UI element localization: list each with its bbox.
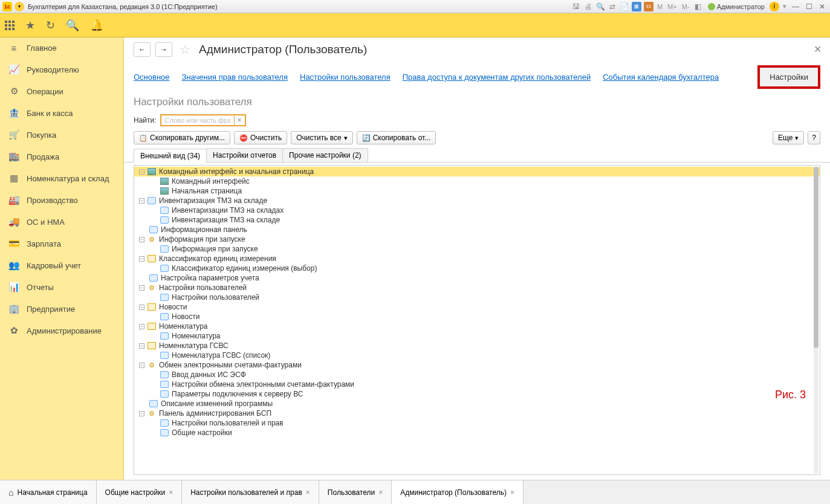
bottom-tab-1[interactable]: Общие настройки×	[97, 480, 183, 504]
app-menu-dropdown[interactable]: ▾	[15, 2, 24, 11]
tree-row[interactable]: Инвентаризации ТМЗ на складах	[134, 205, 820, 215]
history-icon[interactable]: ↻	[46, 19, 55, 32]
tree-row[interactable]: Общие настройки	[134, 428, 820, 438]
sidebar-item-12[interactable]: 🏢Предприятие	[0, 298, 123, 320]
doc-icon[interactable]: 📄	[620, 2, 629, 11]
sidebar-item-6[interactable]: ▦Номенклатура и склад	[0, 167, 123, 189]
copy-to-others-button[interactable]: 📋Скопировать другим...	[134, 131, 230, 144]
collapse-icon[interactable]: −	[139, 411, 144, 416]
bell-icon[interactable]: 🔔	[90, 19, 103, 32]
sidebar-item-10[interactable]: 👥Кадровый учет	[0, 254, 123, 276]
collapse-icon[interactable]: −	[139, 343, 144, 349]
sidebar-item-7[interactable]: 🏭Производство	[0, 189, 123, 211]
tree-row[interactable]: −⚙Информация при запуске	[134, 234, 820, 244]
tree-row[interactable]: −⚙Настройки пользователей	[134, 283, 820, 292]
tree-row[interactable]: Командный интерфейс	[134, 176, 820, 186]
info-icon[interactable]: i	[770, 2, 779, 11]
current-user[interactable]: Администратор	[705, 3, 767, 10]
info-dropdown[interactable]: ▾	[782, 2, 788, 10]
bottom-tab-3[interactable]: Пользователи×	[319, 480, 392, 504]
navlink-settings-active[interactable]: Настройки	[757, 65, 820, 89]
close-tab-icon[interactable]: ×	[378, 488, 383, 497]
sidebar-item-5[interactable]: 🏬Продажа	[0, 146, 123, 167]
sidebar-item-0[interactable]: ≡Главное	[0, 37, 123, 59]
tree-row[interactable]: −⚙Панель администрирования БСП	[134, 409, 820, 418]
collapse-icon[interactable]: −	[139, 198, 144, 204]
collapse-icon[interactable]: −	[139, 169, 144, 175]
close-tab-icon[interactable]: ×	[169, 488, 173, 497]
close-tab-icon[interactable]: ×	[306, 488, 310, 497]
tree-row[interactable]: Номенклатура	[134, 331, 820, 341]
close-button[interactable]: ✕	[817, 2, 828, 11]
bottom-tab-2[interactable]: Настройки пользователей и прав×	[182, 480, 319, 504]
navlink-4[interactable]: События календаря бухгалтера	[603, 73, 719, 82]
sidebar-item-8[interactable]: 🚚ОС и НМА	[0, 211, 123, 233]
nav-back-button[interactable]: ←	[134, 42, 151, 57]
collapse-icon[interactable]: −	[139, 285, 144, 291]
favorite-icon[interactable]: ★	[25, 19, 35, 32]
tab-2[interactable]: Прочие настройки (2)	[282, 148, 368, 162]
navlink-2[interactable]: Настройки пользователя	[300, 73, 391, 82]
tree-row[interactable]: Классификатор единиц измерения (выбор)	[134, 263, 820, 273]
tree-row[interactable]: −Командный интерфейс и начальная страниц…	[134, 167, 820, 176]
tab-1[interactable]: Настройки отчетов	[206, 148, 283, 162]
sidebar-item-13[interactable]: ✿Администрирование	[0, 320, 123, 341]
tab-0[interactable]: Внешний вид (34)	[134, 149, 207, 163]
tree-row[interactable]: Описание изменений программы	[134, 399, 820, 409]
bottom-tab-4[interactable]: Администратор (Пользователь)×	[392, 480, 524, 504]
search-input[interactable]	[161, 115, 234, 125]
tree-row[interactable]: Начальная страница	[134, 186, 820, 196]
clear-all-button[interactable]: Очистить все▾	[291, 131, 352, 144]
maximize-button[interactable]: ☐	[803, 2, 814, 11]
tree-row[interactable]: Информационная панель	[134, 225, 820, 234]
close-page-button[interactable]: ✕	[814, 44, 822, 55]
clear-button[interactable]: ⛔Очистить	[234, 131, 287, 144]
compare-icon[interactable]: ⇄	[608, 2, 617, 11]
help-button[interactable]: ?	[808, 131, 820, 144]
tree-row[interactable]: −⚙Обмен электронными счетами-фактурами	[134, 360, 820, 370]
navlink-1[interactable]: Значения прав пользователя	[182, 73, 288, 82]
m-indicator[interactable]: M	[656, 3, 664, 10]
copy-from-button[interactable]: 🔄Скопировать от...	[357, 131, 436, 144]
tree-row[interactable]: −Классификатор единиц измерения	[134, 254, 820, 263]
preview-icon[interactable]: 🔍	[595, 2, 605, 11]
star-icon[interactable]: ☆	[180, 42, 190, 57]
sidebar-item-1[interactable]: 📈Руководителю	[0, 59, 123, 80]
apps-grid-icon[interactable]	[5, 21, 15, 30]
search-icon[interactable]: 🔍	[66, 19, 79, 32]
more-button[interactable]: Еще▾	[773, 131, 804, 144]
m-plus[interactable]: M+	[666, 3, 678, 10]
tree-row[interactable]: −Номенклатура ГСВС	[134, 341, 820, 351]
collapse-icon[interactable]: −	[139, 256, 144, 262]
collapse-icon[interactable]: −	[139, 305, 144, 310]
calc-icon[interactable]: ▦	[632, 2, 641, 11]
collapse-icon[interactable]: −	[139, 237, 144, 242]
save-icon[interactable]: 🖫	[571, 2, 581, 11]
nav-forward-button[interactable]: →	[155, 42, 172, 57]
sidebar-item-9[interactable]: 💳Зарплата	[0, 233, 123, 254]
minimize-button[interactable]: —	[790, 2, 801, 11]
clear-search-button[interactable]: ×	[234, 115, 245, 125]
bottom-tab-0[interactable]: ⌂Начальная страница	[0, 480, 97, 504]
tree-row[interactable]: Настройка параметров учета	[134, 273, 820, 283]
tree-row[interactable]: −Инвентаризация ТМЗ на складе	[134, 196, 820, 205]
sidebar-item-2[interactable]: ⚙Операции	[0, 80, 123, 102]
tree-row[interactable]: Номенклатура ГСВС (список)	[134, 351, 820, 360]
tree-row[interactable]: Параметры подключения к серверу ВС	[134, 389, 820, 399]
sidebar-item-4[interactable]: 🛒Покупка	[0, 124, 123, 146]
tree-row[interactable]: Настройки пользователей и прав	[134, 418, 820, 428]
collapse-icon[interactable]: −	[139, 324, 144, 329]
collapse-icon[interactable]: −	[139, 363, 144, 368]
tree-row[interactable]: Настройки обмена электронными счетами-фа…	[134, 380, 820, 389]
navlink-3[interactable]: Права доступа к документам других пользо…	[403, 73, 591, 82]
sidebar-item-11[interactable]: 📊Отчеты	[0, 276, 123, 298]
tree-row[interactable]: Ввод данных ИС ЭСФ	[134, 370, 820, 380]
tree-row[interactable]: Новости	[134, 312, 820, 321]
scrollbar-thumb[interactable]	[814, 167, 819, 348]
tree-row[interactable]: Информация при запуске	[134, 244, 820, 254]
navlink-0[interactable]: Основное	[134, 73, 170, 82]
print-icon[interactable]: 🖨	[583, 2, 593, 11]
tree-row[interactable]: Инвентаризация ТМЗ на складе	[134, 215, 820, 225]
close-tab-icon[interactable]: ×	[510, 488, 514, 497]
tree-row[interactable]: Настройки пользователей	[134, 292, 820, 302]
